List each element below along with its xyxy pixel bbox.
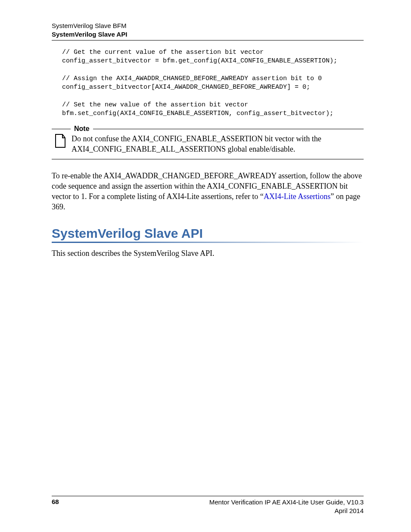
footer-rule bbox=[52, 496, 364, 496]
heading-underline bbox=[52, 242, 364, 243]
page-number: 68 bbox=[52, 498, 59, 515]
note-label: Note bbox=[74, 125, 90, 133]
header-line-2: SystemVerilog Slave API bbox=[52, 30, 364, 39]
section-intro: This section describes the SystemVerilog… bbox=[52, 248, 364, 258]
note-box: Note Do not confuse the AXI4_CONFIG_ENAB… bbox=[52, 125, 364, 159]
body-paragraph: To re-enable the AXI4_AWADDR_CHANGED_BEF… bbox=[52, 171, 364, 212]
note-body: Do not confuse the AXI4_CONFIG_ENABLE_AS… bbox=[52, 134, 364, 155]
header-rule bbox=[52, 40, 364, 40]
code-line: config_assert_bitvector[AXI4_AWADDR_CHAN… bbox=[62, 84, 310, 91]
footer-right: Mentor Verification IP AE AXI4-Lite User… bbox=[209, 498, 364, 515]
code-line: config_assert_bitvector = bfm.get_config… bbox=[62, 57, 337, 65]
section-heading: SystemVerilog Slave API bbox=[52, 226, 364, 241]
link-axi4-lite-assertions[interactable]: AXI4-Lite Assertions bbox=[264, 192, 330, 201]
page: SystemVerilog Slave BFM SystemVerilog Sl… bbox=[0, 0, 411, 532]
code-line: // Get the current value of the assertio… bbox=[62, 49, 264, 56]
note-text: Do not confuse the AXI4_CONFIG_ENABLE_AS… bbox=[72, 134, 364, 155]
running-header: SystemVerilog Slave BFM SystemVerilog Sl… bbox=[52, 22, 364, 38]
footer-title: Mentor Verification IP AE AXI4-Lite User… bbox=[209, 498, 364, 507]
code-block: // Get the current value of the assertio… bbox=[62, 48, 364, 118]
footer-row: 68 Mentor Verification IP AE AXI4-Lite U… bbox=[52, 498, 364, 515]
note-rule-right bbox=[93, 129, 364, 129]
code-line: // Assign the AXI4_AWADDR_CHANGED_BEFORE… bbox=[62, 75, 322, 82]
code-line: // Set the new value of the assertion bi… bbox=[62, 101, 248, 109]
footer: 68 Mentor Verification IP AE AXI4-Lite U… bbox=[52, 492, 364, 515]
note-icon bbox=[54, 134, 66, 148]
footer-date: April 2014 bbox=[209, 507, 364, 515]
header-line-1: SystemVerilog Slave BFM bbox=[52, 22, 364, 30]
note-header: Note bbox=[52, 125, 364, 133]
code-line: bfm.set_config(AXI4_CONFIG_ENABLE_ASSERT… bbox=[62, 110, 333, 117]
note-rule-left bbox=[52, 129, 71, 129]
